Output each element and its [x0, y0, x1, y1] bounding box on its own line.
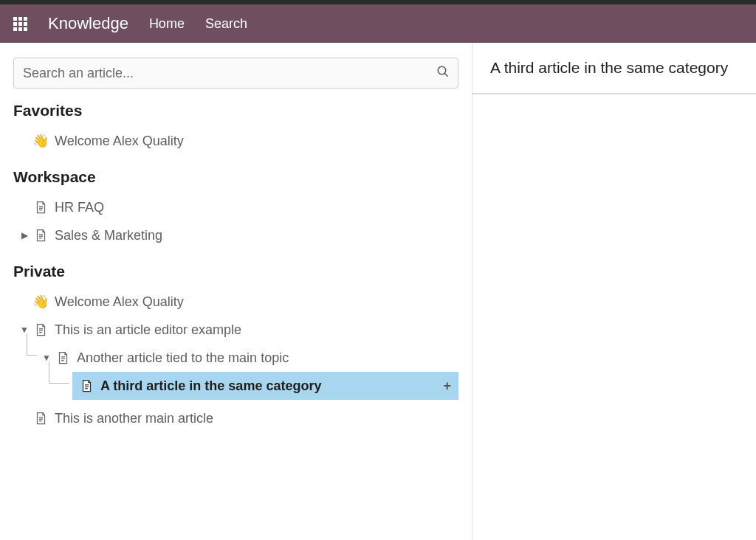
apps-menu-icon[interactable] [13, 17, 27, 31]
tree-item[interactable]: ▼ This is an article editor example [13, 316, 458, 344]
caret-right-icon[interactable]: ▶ [19, 230, 30, 240]
tree-item[interactable]: 👋 Welcome Alex Quality [13, 127, 458, 155]
article-title: A third article in the same category [472, 43, 756, 94]
tree-item-selected[interactable]: A third article in the same category + [72, 372, 458, 400]
nav-home[interactable]: Home [149, 16, 185, 32]
search-input[interactable] [13, 58, 458, 89]
tree-item-label: A third article in the same category [100, 378, 321, 394]
section-title-private: Private [13, 263, 458, 280]
add-child-icon[interactable]: + [443, 378, 451, 394]
tree-branch-line [49, 361, 69, 384]
document-icon [78, 379, 94, 392]
document-icon [32, 229, 49, 242]
tree-item-label: HR FAQ [55, 200, 104, 215]
document-icon [32, 201, 49, 214]
tree-item[interactable]: HR FAQ [13, 193, 458, 221]
search-icon[interactable] [436, 65, 450, 81]
tree-item-label: This is an article editor example [55, 322, 241, 338]
section-title-workspace: Workspace [13, 168, 458, 186]
content-pane: A third article in the same category [472, 43, 756, 94]
sidebar: Favorites 👋 Welcome Alex Quality Workspa… [0, 43, 472, 540]
wave-icon: 👋 [32, 294, 49, 310]
section-title-favorites: Favorites [13, 102, 458, 120]
tree-item-label: Another article tied to the main topic [77, 350, 289, 366]
tree-item[interactable]: This is another main article [13, 404, 458, 432]
tree-item-label: Sales & Marketing [55, 228, 162, 243]
app-title: Knowledge [48, 14, 128, 33]
app-header: Knowledge Home Search [0, 4, 756, 43]
tree-item-label: Welcome Alex Quality [55, 294, 184, 310]
tree-item-label: This is another main article [55, 411, 213, 426]
tree-item[interactable]: 👋 Welcome Alex Quality [13, 288, 458, 316]
tree-item-label: Welcome Alex Quality [55, 134, 184, 149]
tree-item[interactable]: ▶ Sales & Marketing [13, 221, 458, 249]
wave-icon: 👋 [32, 133, 49, 149]
svg-line-1 [444, 73, 448, 77]
section-private: Private 👋 Welcome Alex Quality ▼ This is… [13, 263, 458, 432]
tree-branch-line [27, 333, 37, 356]
svg-point-0 [438, 66, 446, 75]
search-wrap [13, 58, 458, 89]
nav-search[interactable]: Search [205, 16, 247, 32]
section-favorites: Favorites 👋 Welcome Alex Quality [13, 102, 458, 155]
document-icon [32, 412, 49, 425]
tree-item[interactable]: ▼ Another article tied to the main topic [13, 344, 458, 372]
section-workspace: Workspace HR FAQ ▶ Sa [13, 168, 458, 249]
